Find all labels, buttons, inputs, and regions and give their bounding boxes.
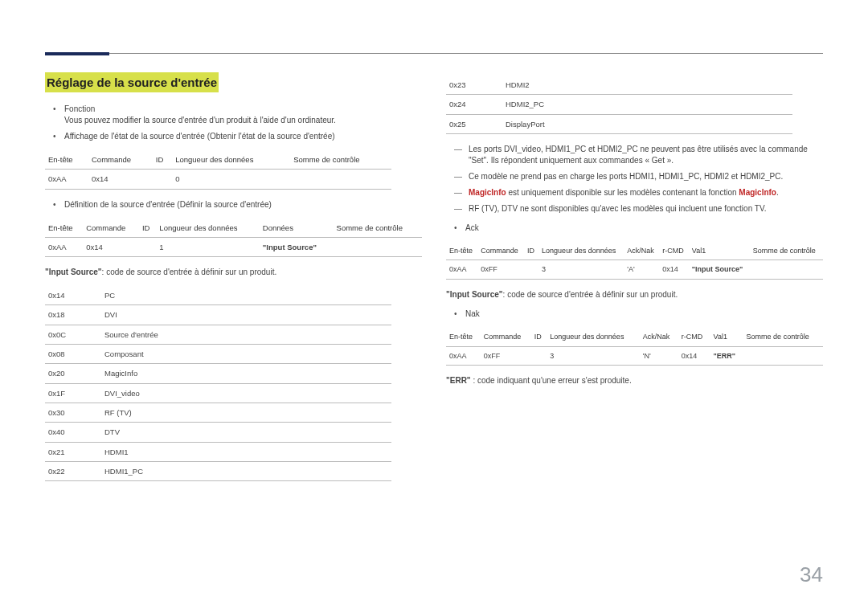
th: Commande	[83, 219, 139, 238]
th: Somme de contrôle	[334, 219, 422, 238]
td	[334, 237, 422, 256]
table-row: 0x08Composant	[45, 345, 391, 364]
input-source-note-2: "Input Source": code de source d'entrée …	[446, 289, 823, 300]
source-name: DVI	[101, 305, 391, 325]
th: ID	[524, 242, 538, 260]
td: 'A'	[624, 260, 659, 280]
td: 0xAA	[45, 237, 83, 256]
td: 0xFF	[477, 260, 524, 280]
text: est uniquement disponible sur les modèle…	[506, 188, 739, 197]
td: 0xAA	[45, 170, 88, 189]
td: "Input Source"	[260, 237, 334, 256]
th: ID	[531, 328, 547, 346]
table-row: 0x23HDMI2	[446, 76, 792, 95]
magicinfo-label: MagicInfo	[469, 188, 506, 197]
source-name: DisplayPort	[502, 114, 792, 133]
source-name: HDMI2_PC	[502, 95, 792, 114]
th: En-tête	[446, 328, 481, 346]
source-code: 0x21	[45, 442, 101, 461]
fonction-item: Fonction Vous pouvez modifier la source …	[56, 104, 422, 126]
err-bold: "ERR"	[446, 376, 471, 385]
note-rest: : code de source d'entrée à définir sur …	[102, 268, 277, 276]
note-rest: : code de source d'entrée à définir sur …	[503, 290, 678, 299]
text: .	[776, 188, 779, 197]
source-name: HDMI1	[101, 442, 391, 461]
th: En-tête	[45, 150, 88, 170]
th: Longueur des données	[538, 242, 624, 260]
source-name: DVI_video	[101, 383, 391, 403]
th: Ack/Nak	[624, 242, 659, 260]
ack-label: Ack	[457, 223, 823, 234]
source-code: 0x1F	[45, 383, 101, 403]
dash-note-magicinfo: MagicInfo est uniquement disponible sur …	[457, 187, 823, 198]
td: 0xFF	[481, 346, 531, 366]
th: r-CMD	[678, 328, 710, 346]
table-nak: En-tête Commande ID Longueur des données…	[446, 328, 823, 366]
source-code: 0x0C	[45, 325, 101, 344]
table-row: 0x22HDMI1_PC	[45, 461, 391, 480]
err-rest: : code indiquant qu'une erreur s'est pro…	[471, 376, 632, 385]
columns: Réglage de la source d'entrée Fonction V…	[45, 72, 823, 491]
source-code: 0x24	[446, 95, 502, 114]
td	[524, 260, 538, 280]
page: Réglage de la source d'entrée Fonction V…	[0, 0, 868, 613]
left-column: Réglage de la source d'entrée Fonction V…	[45, 72, 422, 491]
source-name: HDMI1_PC	[101, 461, 391, 480]
table-row: 0x1FDVI_video	[45, 383, 391, 403]
table-row: 0x21HDMI1	[45, 442, 391, 461]
th: Somme de contrôle	[290, 150, 391, 170]
th: Somme de contrôle	[743, 328, 823, 346]
td: 0x14	[83, 237, 139, 256]
source-code: 0x08	[45, 345, 101, 364]
source-code: 0x40	[45, 423, 101, 442]
table-ack: En-tête Commande ID Longueur des données…	[446, 242, 823, 280]
td: 0x14	[678, 346, 710, 366]
td: 0xAA	[446, 260, 477, 280]
td: "Input Source"	[689, 260, 750, 280]
source-code: 0x22	[45, 461, 101, 480]
td: "ERR"	[710, 346, 743, 366]
table-row: 0x24HDMI2_PC	[446, 95, 792, 114]
source-name: Source d'entrée	[101, 325, 391, 344]
th: Données	[260, 219, 334, 238]
th: Commande	[88, 150, 153, 170]
source-list-right: 0x23HDMI20x24HDMI2_PC0x25DisplayPort	[446, 76, 792, 134]
table-row: 0x0CSource d'entrée	[45, 325, 391, 344]
td: 0	[172, 170, 290, 189]
section-heading: Réglage de la source d'entrée	[45, 72, 219, 92]
th: Longueur des données	[547, 328, 640, 346]
source-code: 0x30	[45, 403, 101, 422]
th: r-CMD	[659, 242, 689, 260]
err-note: "ERR" : code indiquant qu'une erreur s'e…	[446, 375, 823, 386]
source-code: 0x20	[45, 364, 101, 383]
source-code: 0x14	[45, 286, 101, 305]
th: Ack/Nak	[640, 328, 678, 346]
source-name: DTV	[101, 423, 391, 442]
th: En-tête	[446, 242, 477, 260]
fonction-desc: Vous pouvez modifier la source d'entrée …	[64, 116, 336, 125]
table-row: 0x30RF (TV)	[45, 403, 391, 422]
nak-label: Nak	[457, 309, 823, 320]
source-name: HDMI2	[502, 76, 792, 95]
source-name: PC	[101, 286, 391, 305]
dash-note: RF (TV), DTV ne sont disponibles qu'avec…	[457, 203, 823, 215]
page-number: 34	[800, 562, 823, 587]
td: 0x14	[659, 260, 689, 280]
source-code: 0x18	[45, 305, 101, 325]
td	[743, 346, 823, 366]
fonction-label: Fonction	[64, 104, 95, 113]
td: 0xAA	[446, 346, 481, 366]
td: 1	[156, 237, 260, 256]
th: ID	[153, 150, 172, 170]
source-name: RF (TV)	[101, 403, 391, 422]
td	[139, 237, 156, 256]
th: ID	[139, 219, 156, 238]
td	[531, 346, 547, 366]
th: Commande	[481, 328, 531, 346]
note-bold: "Input Source"	[45, 268, 102, 276]
th: Somme de contrôle	[750, 242, 823, 260]
td	[750, 260, 823, 280]
source-code: 0x25	[446, 114, 502, 133]
th: En-tête	[45, 219, 83, 238]
th: Commande	[477, 242, 524, 260]
